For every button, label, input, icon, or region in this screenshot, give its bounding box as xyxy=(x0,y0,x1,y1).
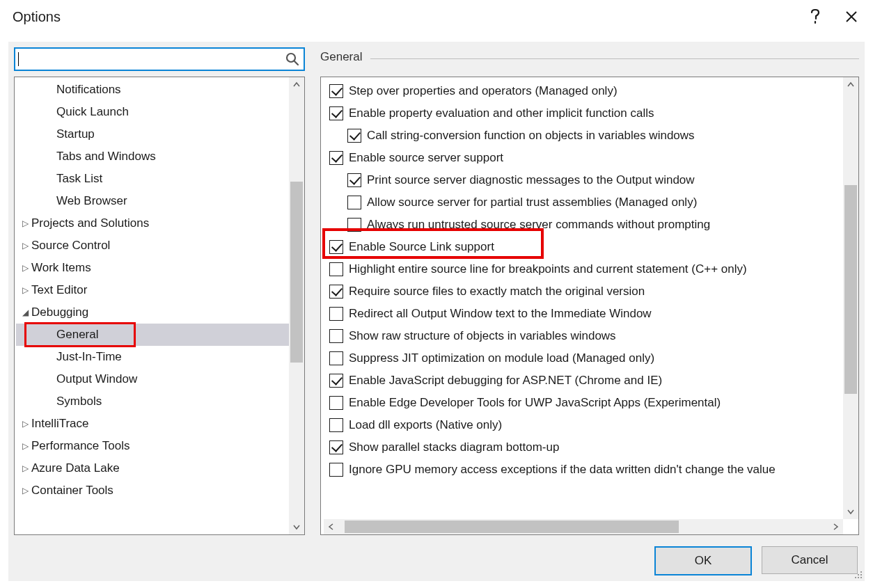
category-tree[interactable]: NotificationsQuick LaunchStartupTabs and… xyxy=(14,77,305,535)
scroll-up-icon[interactable] xyxy=(843,77,858,93)
option-row[interactable]: Print source server diagnostic messages … xyxy=(324,169,840,191)
client-area: General NotificationsQuick LaunchStartup… xyxy=(8,42,865,581)
tree-collapsed-icon[interactable]: ▷ xyxy=(20,263,30,273)
tree-collapsed-icon[interactable]: ▷ xyxy=(20,486,30,495)
option-row[interactable]: Show raw structure of objects in variabl… xyxy=(324,325,840,347)
scroll-down-icon[interactable] xyxy=(843,504,858,519)
ok-button[interactable]: OK xyxy=(654,546,752,575)
tree-expanded-icon[interactable]: ◢ xyxy=(20,308,30,317)
checkbox[interactable] xyxy=(329,351,343,365)
titlebar: Options xyxy=(0,0,873,33)
options-vscrollbar[interactable] xyxy=(843,77,858,519)
tree-item-label: Startup xyxy=(56,127,95,141)
checkbox[interactable] xyxy=(329,396,343,410)
scroll-thumb[interactable] xyxy=(345,521,679,533)
checkbox[interactable] xyxy=(329,106,343,120)
scroll-left-icon[interactable] xyxy=(324,519,339,534)
tree-item[interactable]: Tabs and Windows xyxy=(16,145,289,168)
svg-rect-6 xyxy=(858,577,859,578)
scroll-up-icon[interactable] xyxy=(289,77,304,93)
checkbox[interactable] xyxy=(347,129,361,143)
checkbox[interactable] xyxy=(347,196,361,209)
option-row[interactable]: Require source files to exactly match th… xyxy=(324,280,840,303)
tree-item[interactable]: Just-In-Time xyxy=(16,346,289,368)
option-row[interactable]: Enable Source Link support xyxy=(324,236,840,258)
checkbox[interactable] xyxy=(329,418,343,432)
tree-item[interactable]: Symbols xyxy=(16,390,289,413)
tree-item[interactable]: ▷Text Editor xyxy=(16,279,289,301)
option-row[interactable]: Allow source server for partial trust as… xyxy=(324,191,840,214)
tree-item[interactable]: Output Window xyxy=(16,368,289,390)
option-row[interactable]: Enable Edge Developer Tools for UWP Java… xyxy=(324,392,840,414)
tree-item[interactable]: ▷Source Control xyxy=(16,235,289,257)
tree-collapsed-icon[interactable]: ▷ xyxy=(20,218,30,228)
tree-item[interactable]: Notifications xyxy=(16,79,289,101)
checkbox[interactable] xyxy=(329,262,343,276)
scroll-right-icon[interactable] xyxy=(828,519,843,534)
checkbox[interactable] xyxy=(329,285,343,299)
options-list[interactable]: Step over properties and operators (Mana… xyxy=(320,77,859,535)
option-row[interactable]: Highlight entire source line for breakpo… xyxy=(324,258,840,280)
scroll-down-icon[interactable] xyxy=(289,519,304,534)
option-row[interactable]: Redirect all Output Window text to the I… xyxy=(324,303,840,325)
tree-item[interactable]: General xyxy=(16,324,289,346)
tree-item[interactable]: ▷Performance Tools xyxy=(16,435,289,457)
tree-item[interactable]: ▷Work Items xyxy=(16,257,289,279)
tree-item[interactable]: ◢Debugging xyxy=(16,301,289,324)
checkbox[interactable] xyxy=(329,463,343,477)
scroll-thumb[interactable] xyxy=(844,185,857,394)
tree-collapsed-icon[interactable]: ▷ xyxy=(20,419,30,429)
checkbox[interactable] xyxy=(329,374,343,388)
tree-item[interactable]: Web Browser xyxy=(16,190,289,212)
tree-item[interactable]: ▷Azure Data Lake xyxy=(16,457,289,479)
option-label: Load dll exports (Native only) xyxy=(349,418,502,432)
option-row[interactable]: Show parallel stacks diagram bottom-up xyxy=(324,436,840,459)
option-row[interactable]: Call string-conversion function on objec… xyxy=(324,125,840,147)
tree-scrollbar[interactable] xyxy=(289,77,304,534)
checkbox[interactable] xyxy=(347,173,361,187)
checkbox[interactable] xyxy=(329,329,343,343)
tree-item[interactable]: Task List xyxy=(16,168,289,190)
option-row[interactable]: Step over properties and operators (Mana… xyxy=(324,80,840,102)
search-input[interactable] xyxy=(19,49,281,70)
close-button[interactable] xyxy=(835,5,867,29)
option-row[interactable]: Load dll exports (Native only) xyxy=(324,414,840,436)
search-icon[interactable] xyxy=(281,52,304,66)
option-row[interactable]: Suppress JIT optimization on module load… xyxy=(324,347,840,370)
help-button[interactable] xyxy=(799,5,831,29)
scroll-thumb[interactable] xyxy=(290,182,303,363)
tree-item[interactable]: Quick Launch xyxy=(16,101,289,123)
option-row[interactable]: Ignore GPU memory access exceptions if t… xyxy=(324,459,840,481)
tree-item-label: Performance Tools xyxy=(31,439,129,453)
option-row[interactable]: Always run untrusted source server comma… xyxy=(324,214,840,236)
resize-grip-icon[interactable] xyxy=(854,570,863,580)
option-label: Enable property evaluation and other imp… xyxy=(349,106,654,120)
tree-item[interactable]: Startup xyxy=(16,123,289,145)
tree-collapsed-icon[interactable]: ▷ xyxy=(20,463,30,473)
checkbox[interactable] xyxy=(329,440,343,454)
option-label: Suppress JIT optimization on module load… xyxy=(349,351,654,365)
options-dialog: Options xyxy=(0,0,873,588)
checkbox[interactable] xyxy=(329,84,343,98)
option-label: Highlight entire source line for breakpo… xyxy=(349,262,747,276)
search-box[interactable] xyxy=(14,47,305,71)
tree-item-label: Output Window xyxy=(56,372,137,386)
checkbox[interactable] xyxy=(347,218,361,232)
tree-item[interactable]: ▷Projects and Solutions xyxy=(16,212,289,235)
option-row[interactable]: Enable JavaScript debugging for ASP.NET … xyxy=(324,370,840,392)
tree-collapsed-icon[interactable]: ▷ xyxy=(20,285,30,295)
tree-item[interactable]: ▷Container Tools xyxy=(16,479,289,502)
option-row[interactable]: Enable source server support xyxy=(324,147,840,169)
svg-point-0 xyxy=(287,54,295,62)
option-row[interactable]: Enable property evaluation and other imp… xyxy=(324,102,840,125)
options-hscrollbar[interactable] xyxy=(324,519,843,534)
tree-item-label: Task List xyxy=(56,172,102,186)
checkbox[interactable] xyxy=(329,151,343,165)
close-icon xyxy=(845,10,858,23)
checkbox[interactable] xyxy=(329,240,343,254)
cancel-button[interactable]: Cancel xyxy=(762,546,858,574)
tree-collapsed-icon[interactable]: ▷ xyxy=(20,441,30,451)
tree-item[interactable]: ▷IntelliTrace xyxy=(16,413,289,435)
tree-collapsed-icon[interactable]: ▷ xyxy=(20,241,30,251)
checkbox[interactable] xyxy=(329,307,343,321)
